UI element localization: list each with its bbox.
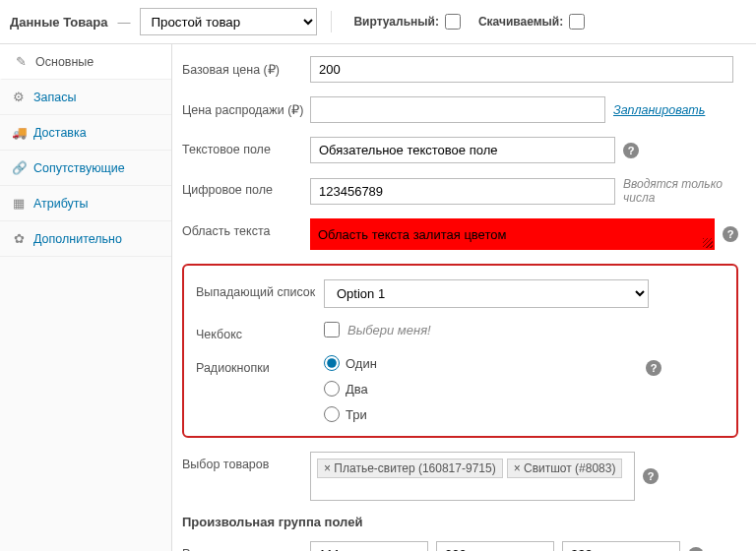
wrench-icon: ✎ (14, 54, 28, 69)
help-icon[interactable]: ? (643, 468, 659, 484)
radios-label: Радиокнопки (196, 355, 324, 375)
highlight-box: Выпадающий список Option 1 Чекбокс Выбер… (182, 264, 738, 438)
schedule-link[interactable]: Запланировать (613, 103, 705, 117)
radio-three[interactable] (324, 406, 340, 422)
size-input-3[interactable] (562, 541, 680, 551)
radio-label: Два (346, 382, 368, 397)
sale-price-label: Цена распродажи (₽) (182, 96, 310, 117)
separator (331, 11, 332, 32)
regular-price-input[interactable] (310, 56, 733, 83)
link-icon: 🔗 (12, 160, 26, 175)
product-tag[interactable]: × Платье-свитер (160817-9715) (317, 459, 503, 478)
number-field-label: Цифровое поле (182, 177, 310, 197)
tab-inventory[interactable]: ⚙ Запасы (0, 80, 171, 115)
product-data-header: Данные Товара — Простой товар Виртуальны… (0, 0, 756, 44)
help-icon[interactable]: ? (623, 143, 639, 158)
product-tabs-sidebar: ✎ Основные ⚙ Запасы 🚚 Доставка 🔗 Сопутст… (0, 44, 172, 551)
tab-shipping[interactable]: 🚚 Доставка (0, 115, 171, 151)
tab-label: Дополнительно (33, 232, 122, 246)
help-icon[interactable]: ? (688, 547, 704, 552)
downloadable-group: Скачиваемый: (478, 14, 585, 30)
textarea-red[interactable]: Область текста залитая цветом (310, 218, 715, 250)
tab-linked[interactable]: 🔗 Сопутствующие (0, 151, 171, 186)
sale-price-input[interactable] (310, 96, 605, 123)
header-title: Данные Товара (10, 15, 107, 30)
content-panel: Базовая цена (₽) Цена распродажи (₽) Зап… (172, 44, 756, 551)
product-type-select[interactable]: Простой товар (140, 8, 317, 35)
virtual-label: Виртуальный: (353, 15, 438, 29)
cog-icon: ✿ (12, 231, 26, 246)
radio-label: Один (346, 356, 377, 371)
virtual-checkbox[interactable] (445, 14, 461, 30)
radio-two[interactable] (324, 381, 340, 397)
tab-label: Основные (35, 55, 94, 69)
downloadable-checkbox[interactable] (569, 14, 585, 30)
size-label: Размер в упаковке (mm) (182, 541, 310, 551)
tab-label: Сопутствующие (33, 161, 125, 175)
tab-advanced[interactable]: ✿ Дополнительно (0, 221, 171, 257)
tab-label: Атрибуты (33, 197, 89, 211)
grid-icon: ▦ (12, 196, 26, 211)
product-select-label: Выбор товаров (182, 452, 310, 471)
radio-one[interactable] (324, 355, 340, 371)
text-field-input[interactable] (310, 137, 615, 163)
virtual-group: Виртуальный: (353, 14, 460, 30)
resize-handle-icon[interactable] (703, 238, 713, 248)
truck-icon: 🚚 (12, 125, 26, 140)
size-input-1[interactable] (310, 541, 428, 551)
tab-label: Запасы (33, 91, 76, 104)
help-icon[interactable]: ? (723, 226, 738, 242)
gear-icon: ⚙ (12, 90, 26, 104)
radio-label: Три (346, 407, 367, 422)
downloadable-label: Скачиваемый: (478, 15, 563, 29)
tab-general[interactable]: ✎ Основные (0, 44, 171, 80)
help-icon[interactable]: ? (646, 360, 662, 376)
number-field-note: Вводятся только числа (623, 177, 738, 205)
product-select-input[interactable]: × Платье-свитер (160817-9715) × Свитшот … (310, 452, 635, 501)
tab-attributes[interactable]: ▦ Атрибуты (0, 186, 171, 221)
checkbox-input[interactable] (324, 322, 340, 337)
product-tag[interactable]: × Свитшот (#8083) (507, 459, 623, 478)
textarea-label: Область текста (182, 218, 310, 238)
custom-group-title: Произвольная группа полей (182, 515, 738, 529)
text-field-label: Текстовое поле (182, 137, 310, 156)
dropdown-select[interactable]: Option 1 (324, 279, 649, 308)
checkbox-label: Чекбокс (196, 322, 324, 341)
number-field-input[interactable] (310, 178, 615, 205)
header-dash: — (117, 15, 130, 30)
tab-label: Доставка (33, 126, 87, 140)
size-input-2[interactable] (436, 541, 554, 551)
regular-price-label: Базовая цена (₽) (182, 56, 310, 77)
textarea-value: Область текста залитая цветом (318, 227, 506, 242)
checkbox-caption: Выбери меня! (347, 323, 431, 337)
dropdown-label: Выпадающий список (196, 279, 324, 299)
